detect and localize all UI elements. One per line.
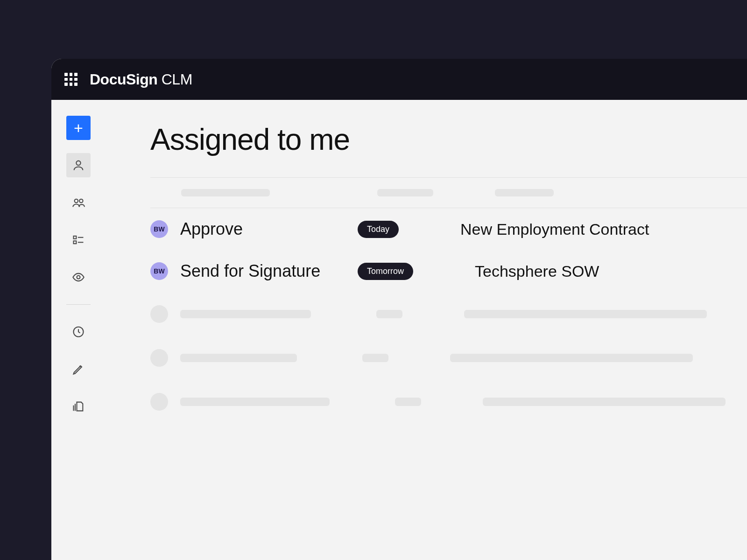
- app-window: DocuSign CLM + Assigned to me: [51, 59, 747, 560]
- sidebar: +: [51, 100, 106, 560]
- svg-point-0: [76, 161, 80, 165]
- skeleton-row: [150, 380, 747, 424]
- skeleton-placeholder: [180, 354, 297, 362]
- skeleton-placeholder: [180, 310, 311, 318]
- person-icon: [72, 159, 85, 172]
- header-placeholder: [377, 189, 433, 196]
- skeleton-placeholder: [483, 398, 726, 406]
- due-badge: Tomorrow: [358, 263, 413, 280]
- svg-rect-3: [74, 236, 77, 239]
- eye-icon: [72, 271, 85, 284]
- topbar: DocuSign CLM: [51, 59, 747, 100]
- sidebar-item-assigned-to-me[interactable]: [66, 153, 91, 177]
- list-icon: [72, 233, 85, 246]
- svg-point-7: [77, 276, 80, 279]
- skeleton-row: [150, 336, 747, 380]
- task-row[interactable]: BW Send for Signature Tomorrow Techspher…: [150, 250, 747, 292]
- header-placeholder: [181, 189, 270, 196]
- skeleton-avatar: [150, 349, 168, 367]
- sidebar-item-tasks[interactable]: [66, 228, 91, 252]
- brand-logo: DocuSign CLM: [90, 71, 192, 88]
- sidebar-item-drafts[interactable]: [66, 357, 91, 381]
- sidebar-item-documents[interactable]: [66, 394, 91, 419]
- app-launcher-icon[interactable]: [64, 73, 78, 86]
- svg-rect-5: [74, 241, 77, 244]
- sidebar-item-recent[interactable]: [66, 320, 91, 344]
- sidebar-item-watching[interactable]: [66, 265, 91, 289]
- skeleton-avatar: [150, 305, 168, 323]
- svg-point-2: [79, 199, 83, 203]
- skeleton-row: [150, 292, 747, 336]
- avatar: BW: [150, 262, 168, 280]
- task-document: New Employment Contract: [460, 220, 649, 238]
- people-icon: [72, 196, 85, 209]
- skeleton-placeholder: [450, 354, 693, 362]
- skeleton-placeholder: [464, 310, 707, 318]
- sidebar-divider: [66, 304, 91, 305]
- skeleton-placeholder: [362, 354, 388, 362]
- sidebar-item-team[interactable]: [66, 190, 91, 215]
- skeleton-placeholder: [376, 310, 402, 318]
- brand-light: CLM: [157, 71, 192, 88]
- header-placeholder: [495, 189, 554, 196]
- task-document: Techsphere SOW: [475, 262, 599, 280]
- due-badge: Today: [358, 221, 399, 238]
- task-row[interactable]: BW Approve Today New Employment Contract: [150, 208, 747, 250]
- task-action: Send for Signature: [180, 261, 358, 281]
- new-button[interactable]: +: [66, 116, 91, 140]
- page-title: Assigned to me: [150, 122, 747, 157]
- avatar: BW: [150, 220, 168, 238]
- brand-bold: DocuSign: [90, 71, 157, 88]
- pencil-icon: [72, 363, 85, 376]
- task-action: Approve: [180, 219, 358, 239]
- skeleton-placeholder: [180, 398, 330, 406]
- main-content: Assigned to me BW Approve Today New Empl…: [106, 100, 747, 560]
- clock-icon: [72, 325, 85, 338]
- documents-icon: [72, 400, 85, 413]
- skeleton-placeholder: [395, 398, 421, 406]
- skeleton-avatar: [150, 393, 168, 411]
- svg-point-1: [75, 199, 78, 203]
- table-header-placeholder: [150, 177, 747, 208]
